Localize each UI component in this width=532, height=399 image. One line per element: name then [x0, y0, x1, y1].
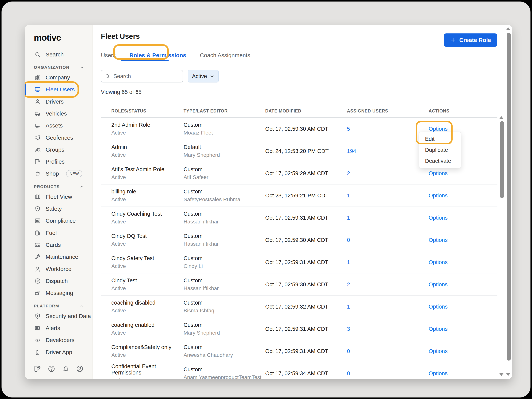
- assigned-users-link[interactable]: 0: [347, 370, 429, 377]
- page-scrollbar-thumb[interactable]: [507, 33, 511, 361]
- last-editor: Mary Shepherd: [184, 152, 265, 158]
- sidebar-item-messaging[interactable]: Messaging: [25, 287, 93, 299]
- sidebar-item-fuel[interactable]: Fuel: [25, 227, 93, 239]
- account-icon[interactable]: [76, 365, 84, 373]
- sidebar-item-label: Workforce: [46, 266, 71, 272]
- assigned-users-link[interactable]: 1: [347, 259, 429, 266]
- role-status: Active: [111, 330, 184, 336]
- app-window: motive Search ORGANIZATION Company Fleet…: [25, 25, 512, 379]
- assigned-users-link[interactable]: 1: [347, 192, 429, 199]
- table-scroll-up-arrow[interactable]: [499, 116, 504, 119]
- table-search[interactable]: [101, 70, 183, 82]
- role-name: Confidential Event Permissions: [111, 363, 184, 376]
- tab-roles-permissions[interactable]: Roles & Permissions: [129, 52, 186, 58]
- sidebar-item-label: Messaging: [46, 290, 73, 296]
- role-status: Active: [111, 285, 184, 291]
- assigned-users-link[interactable]: 3: [347, 326, 429, 332]
- sidebar-item-label: Developers: [46, 337, 75, 343]
- sidebar-item-vehicles[interactable]: Vehicles: [25, 108, 93, 120]
- last-editor: Hassan iftikhar: [184, 285, 265, 291]
- role-name: 2nd Admin Role: [111, 122, 184, 128]
- date-modified: Oct 24, 12:53:20 PM CDT: [265, 148, 347, 154]
- new-badge: NEW: [66, 170, 82, 177]
- assigned-users-link[interactable]: 0: [347, 237, 429, 243]
- sidebar-item-maintenance[interactable]: Maintenance: [25, 251, 93, 263]
- options-link[interactable]: Options: [429, 281, 497, 288]
- options-link[interactable]: Options: [429, 370, 497, 377]
- page-scroll-up-arrow[interactable]: [506, 27, 511, 30]
- options-link[interactable]: Options: [429, 326, 497, 332]
- sidebar-item-label: Cards: [46, 242, 61, 248]
- sidebar-item-developers[interactable]: Developers: [25, 334, 93, 346]
- menu-item-edit[interactable]: Edit: [419, 133, 461, 144]
- table-row: Cindy DQ TestActive CustomHassan iftikha…: [101, 229, 497, 251]
- sidebar-item-geofences[interactable]: Geofences: [25, 132, 93, 144]
- sidebar-item-profiles[interactable]: Profiles: [25, 156, 93, 168]
- sidebar-item-company[interactable]: Company: [25, 71, 93, 83]
- help-icon[interactable]: [48, 365, 56, 373]
- section-platform[interactable]: PLATFORM: [25, 299, 93, 310]
- options-link[interactable]: Options: [429, 170, 497, 177]
- table-scrollbar-thumb[interactable]: [500, 121, 504, 198]
- sidebar-item-safety[interactable]: Safety: [25, 203, 93, 215]
- sidebar-item-cards[interactable]: Cards: [25, 239, 93, 251]
- menu-item-duplicate[interactable]: Duplicate: [419, 144, 461, 155]
- date-modified: Oct 17, 02:59:34 AM CDT: [265, 370, 347, 377]
- section-organization[interactable]: ORGANIZATION: [25, 60, 93, 71]
- assigned-users-link[interactable]: 1: [347, 304, 429, 310]
- search-input[interactable]: [114, 73, 179, 79]
- sidebar-item-assets[interactable]: Assets: [25, 120, 93, 132]
- table-row: billing roleActive CustomSafetyPostsales…: [101, 184, 497, 207]
- section-products[interactable]: PRODUCTS: [25, 180, 93, 191]
- shield-lock-icon: [34, 313, 41, 320]
- assigned-users-link[interactable]: 5: [347, 126, 429, 132]
- options-link[interactable]: Options: [429, 237, 497, 243]
- assigned-users-link[interactable]: 1: [347, 215, 429, 221]
- chevron-up-icon: [80, 65, 84, 70]
- menu-item-deactivate[interactable]: Deactivate: [419, 155, 461, 166]
- role-type: Custom: [184, 255, 265, 261]
- sidebar-item-fleet-users[interactable]: Fleet Users: [25, 84, 93, 95]
- options-link[interactable]: Options: [429, 126, 497, 132]
- last-editor: Hassan iftikhar: [184, 241, 265, 247]
- assigned-users-link[interactable]: 2: [347, 281, 429, 288]
- sidebar-item-label: Compliance: [46, 218, 76, 224]
- role-name: Cindy Safety Test: [111, 255, 184, 261]
- sidebar-item-compliance[interactable]: Compliance: [25, 215, 93, 227]
- guide-icon[interactable]: [33, 365, 41, 373]
- sidebar: motive Search ORGANIZATION Company Fleet…: [25, 25, 93, 379]
- assigned-users-link[interactable]: 194: [347, 148, 429, 154]
- notifications-icon[interactable]: [62, 365, 70, 373]
- options-link[interactable]: Options: [429, 192, 497, 199]
- sidebar-item-workforce[interactable]: Workforce: [25, 263, 93, 275]
- sidebar-item-label: Groups: [46, 146, 64, 153]
- date-modified: Oct 17, 02:59:31 AM CDT: [265, 348, 347, 354]
- sidebar-item-security-and-data[interactable]: Security and Data: [25, 310, 93, 322]
- assigned-users-link[interactable]: 0: [347, 348, 429, 354]
- options-link[interactable]: Options: [429, 304, 497, 310]
- sidebar-item-shop[interactable]: Shop NEW: [25, 168, 93, 180]
- chevron-down-icon: [209, 74, 215, 79]
- sidebar-item-dispatch[interactable]: Dispatch: [25, 275, 93, 287]
- chat-icon: [34, 290, 41, 296]
- sidebar-item-groups[interactable]: Groups: [25, 144, 93, 156]
- status-filter-select[interactable]: Active: [188, 70, 219, 82]
- sidebar-item-driver-app[interactable]: Driver App: [25, 346, 93, 358]
- sidebar-item-fleet-view[interactable]: Fleet View: [25, 191, 93, 203]
- assigned-users-link[interactable]: 2: [347, 170, 429, 177]
- sidebar-item-alerts[interactable]: Alerts: [25, 322, 93, 334]
- sidebar-search[interactable]: Search: [25, 48, 93, 60]
- sidebar-item-label: Profiles: [46, 158, 65, 165]
- create-role-button[interactable]: Create Role: [444, 33, 497, 47]
- section-label: PLATFORM: [34, 304, 59, 309]
- person-icon: [34, 98, 41, 105]
- page-scroll-down-arrow[interactable]: [506, 373, 511, 376]
- table-scroll-down-arrow[interactable]: [499, 373, 504, 376]
- sidebar-item-drivers[interactable]: Drivers: [25, 95, 93, 108]
- active-indicator: [25, 84, 26, 95]
- options-link[interactable]: Options: [429, 348, 497, 354]
- tab-users[interactable]: Users: [101, 52, 116, 58]
- tab-coach-assignments[interactable]: Coach Assignments: [200, 52, 250, 58]
- options-link[interactable]: Options: [429, 259, 497, 266]
- options-link[interactable]: Options: [429, 215, 497, 221]
